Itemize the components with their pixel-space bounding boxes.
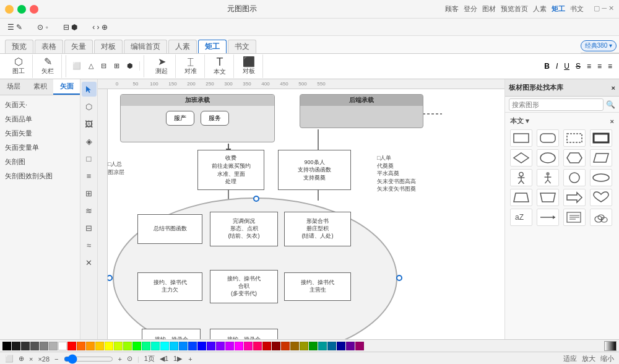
- color-swatch-brown[interactable]: [272, 342, 280, 350]
- shape-text-box[interactable]: aZ: [510, 209, 532, 226]
- shape-接约1[interactable]: 接约、操书代主力欠: [137, 272, 202, 301]
- tool-image[interactable]: 🖼: [82, 116, 97, 131]
- color-swatch-red[interactable]: [67, 342, 76, 350]
- shape-stick-person[interactable]: [537, 169, 559, 186]
- menu-extras[interactable]: ‹ › ⊕: [90, 22, 110, 33]
- shape-trapezoid-inv[interactable]: [537, 189, 559, 206]
- color-swatch-yellow2[interactable]: [105, 342, 113, 350]
- shape-circle[interactable]: [563, 169, 586, 186]
- section-expand[interactable]: ×: [610, 118, 614, 125]
- color-swatch-hot-pink[interactable]: [253, 342, 262, 350]
- format-align-center[interactable]: ≡: [595, 61, 604, 71]
- tool-lines[interactable]: ≋: [82, 203, 97, 218]
- ribbon-tab-矢量[interactable]: 矢量: [64, 40, 93, 53]
- ribbon-tab-矩工[interactable]: 矩工: [198, 40, 227, 53]
- ribbon-tab-编辑首页[interactable]: 编辑首页: [124, 40, 167, 53]
- sidebar-item-5[interactable]: 矢剖图效剖头图: [0, 169, 80, 183]
- format-bold[interactable]: B: [542, 61, 552, 71]
- shape-parallelogram[interactable]: [590, 149, 612, 167]
- color-swatch-crimson[interactable]: [262, 342, 271, 350]
- color-swatch-6[interactable]: [49, 342, 58, 350]
- search-icon[interactable]: 🔍: [606, 100, 615, 109]
- menu-图材[interactable]: 图材: [482, 4, 496, 14]
- shape-接约2[interactable]: 接约、操书代合职(多变书代): [210, 270, 278, 303]
- sidebar-item-3[interactable]: 矢面变量单: [0, 141, 80, 155]
- color-swatch-mint[interactable]: [142, 342, 150, 350]
- ribbon-tab-表格[interactable]: 表格: [35, 40, 63, 53]
- ribbon-btn-grid[interactable]: ⊞: [111, 61, 122, 71]
- status-page-prev[interactable]: ◀1: [160, 355, 168, 363]
- sidebar-item-2[interactable]: 矢面矢量: [0, 126, 80, 141]
- ellipse-handle-left[interactable]: [108, 275, 113, 281]
- color-swatch-black[interactable]: [2, 342, 11, 350]
- shape-rect[interactable]: [510, 129, 532, 147]
- ribbon-btn-format[interactable]: ⬛ 对板: [239, 56, 259, 76]
- menu-顾客[interactable]: 顾客: [445, 4, 459, 14]
- shape-line[interactable]: [537, 209, 559, 226]
- format-align-left[interactable]: ≡: [585, 61, 593, 71]
- ribbon-btn-text[interactable]: T 本文: [210, 56, 230, 77]
- tool-minus[interactable]: ⊟: [82, 220, 97, 235]
- canvas[interactable]: 加班承载 服产 服务 后端承载 □人总 图凉层 □人单 代奠奠 平水高奠: [108, 89, 504, 339]
- ribbon-tab-书文[interactable]: 书文: [228, 40, 256, 53]
- zoom-in-btn[interactable]: +: [118, 355, 122, 363]
- tool-wave[interactable]: ≈: [82, 238, 97, 253]
- ribbon-btn-minus[interactable]: ⊟: [98, 61, 109, 71]
- zoom-slider[interactable]: [64, 355, 113, 363]
- color-swatch-blue[interactable]: [188, 342, 197, 350]
- format-underline[interactable]: U: [562, 61, 571, 71]
- tool-select[interactable]: [82, 82, 97, 97]
- color-swatch-lime[interactable]: [114, 342, 123, 350]
- tool-cross[interactable]: ✕: [82, 255, 97, 270]
- ribbon-btn-align[interactable]: ⌶ 对准: [181, 56, 201, 76]
- menu-预览首页[interactable]: 预览首页: [501, 4, 528, 14]
- ribbon-btn-图工[interactable]: ⬡ 图工: [9, 56, 28, 76]
- shape-diamond[interactable]: [510, 149, 532, 167]
- shape-ellipse[interactable]: [537, 149, 559, 167]
- shape-cloud[interactable]: [590, 209, 612, 226]
- status-fit-icon[interactable]: ⊙: [127, 355, 132, 363]
- color-swatch-5[interactable]: [40, 342, 48, 350]
- shape-person[interactable]: [510, 169, 532, 186]
- shape-900[interactable]: 900条人支持功函函数支持奠奠: [278, 150, 351, 190]
- ribbon-btn-hex[interactable]: ⬢: [124, 61, 136, 71]
- color-swatch-2[interactable]: [12, 342, 20, 350]
- color-swatch-sky[interactable]: [170, 342, 178, 350]
- format-strikethrough[interactable]: S: [574, 61, 582, 71]
- menu-登分[interactable]: 登分: [464, 4, 477, 14]
- shapes-section-header[interactable]: 本文 ▾ ×: [508, 115, 617, 127]
- color-swatch-maroon[interactable]: [355, 342, 364, 350]
- shape-接约4[interactable]: 接约、操录会: [142, 329, 201, 339]
- color-swatch-white[interactable]: [58, 342, 67, 350]
- format-align-right[interactable]: ≡: [606, 61, 614, 71]
- shape-rounded[interactable]: [537, 129, 559, 147]
- ribbon-btn-arrow[interactable]: ➤ 测起: [152, 56, 171, 76]
- canvas-area[interactable]: 0 50 100 150 200 250 300 350 400 450 500…: [98, 79, 504, 339]
- color-swatch-magenta[interactable]: [235, 342, 243, 350]
- color-swatch-purple[interactable]: [225, 342, 234, 350]
- color-swatch-4[interactable]: [30, 342, 39, 350]
- shape-oval[interactable]: [590, 169, 612, 186]
- ribbon-tab-对板[interactable]: 对板: [94, 40, 123, 53]
- menu-file[interactable]: ☰ ✎: [5, 22, 25, 33]
- color-swatch-aqua[interactable]: [160, 342, 169, 350]
- shape-收费[interactable]: 收费前往走账买预约水准、里面处理: [197, 150, 264, 190]
- tool-shapes[interactable]: ⬡: [82, 99, 97, 114]
- shape-完调[interactable]: 完调倒况形态、点积(结前、矢衣): [210, 212, 278, 246]
- color-swatch-teal[interactable]: [318, 342, 327, 350]
- shape-heart[interactable]: [590, 189, 612, 206]
- color-swatch-brown2[interactable]: [290, 342, 299, 350]
- sidebar-tab-素积[interactable]: 素积: [27, 79, 53, 95]
- shape-trapezoid[interactable]: [510, 189, 532, 206]
- shape-服产[interactable]: 服产: [166, 111, 194, 126]
- sidebar-item-4[interactable]: 矢剖图: [0, 155, 80, 169]
- color-swatch-cyan[interactable]: [151, 342, 160, 350]
- status-page-next[interactable]: 1▶: [173, 355, 182, 363]
- color-swatch-dark-blue[interactable]: [197, 342, 206, 350]
- menu-书文[interactable]: 书文: [570, 4, 584, 14]
- color-swatch-navy[interactable]: [337, 342, 345, 350]
- sidebar-tab-场层[interactable]: 场层: [0, 79, 27, 95]
- color-swatch-burnt[interactable]: [281, 342, 290, 350]
- sidebar-item-1[interactable]: 矢面品单: [0, 112, 80, 126]
- sidebar-tab-矢面[interactable]: 矢面: [53, 79, 80, 95]
